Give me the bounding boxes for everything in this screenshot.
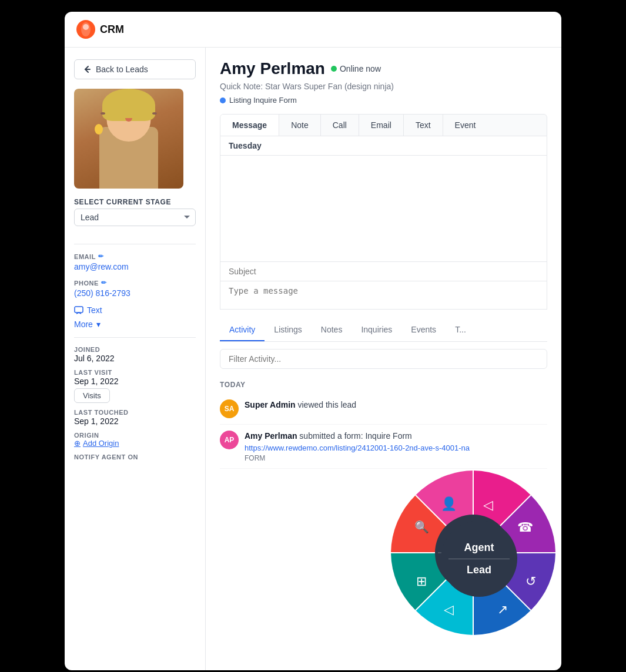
lead-name: Amy Perlman: [220, 59, 325, 78]
activity-text-2: Amy Perlman submitted a form: Inquire Fo…: [245, 431, 470, 462]
notify-section: NOTIFY AGENT ON: [74, 453, 196, 461]
wheel-center: Agent Lead: [441, 520, 517, 597]
svg-text:◁: ◁: [483, 498, 493, 512]
joined-section: JOINED Jul 6, 2022: [74, 346, 196, 363]
email-section: EMAIL ✏ amy@rew.com: [74, 253, 196, 272]
origin-section: ORIGIN ⊕ Add Origin: [74, 432, 196, 448]
visits-button[interactable]: Visits: [74, 388, 110, 403]
phone-label: PHONE ✏: [74, 279, 196, 287]
divider-1: [74, 244, 196, 244]
activity-text-1: Super Admin viewed this lead: [245, 399, 356, 411]
quick-note: Quick Note: Star Wars Super Fan (design …: [220, 82, 547, 91]
email-label: EMAIL ✏: [74, 253, 196, 260]
last-visit-value: Sep 1, 2022: [74, 377, 196, 386]
subject-input[interactable]: [220, 261, 547, 281]
tab-event[interactable]: Event: [443, 115, 488, 136]
activity-link[interactable]: https://www.rewdemo.com/listing/2412001-…: [245, 443, 470, 452]
divider-2: [74, 337, 196, 338]
message-input[interactable]: [220, 281, 547, 307]
app-title: CRM: [100, 23, 124, 36]
tab-email[interactable]: Email: [359, 115, 404, 136]
today-label: TODAY: [220, 381, 547, 389]
svg-text:☎: ☎: [517, 520, 533, 535]
svg-text:🔍: 🔍: [414, 520, 429, 534]
text-link[interactable]: Text: [74, 305, 196, 315]
tab-more[interactable]: T...: [446, 319, 476, 341]
stage-label: Select Current Stage: [74, 198, 196, 206]
tab-listings[interactable]: Listings: [265, 319, 311, 341]
online-status: Online now: [340, 64, 381, 73]
app-header: CRM: [65, 12, 561, 48]
filter-input[interactable]: [220, 349, 547, 369]
phone-section: PHONE ✏ (250) 816-2793: [74, 279, 196, 298]
crm-logo-icon: [76, 20, 95, 39]
origin-label: ORIGIN: [74, 432, 196, 439]
source-badge: Listing Inquire Form: [220, 96, 547, 105]
phone-edit-icon[interactable]: ✏: [101, 279, 107, 287]
back-to-leads-button[interactable]: Back to Leads: [74, 59, 196, 79]
svg-text:↺: ↺: [525, 574, 536, 589]
svg-text:◁: ◁: [444, 602, 454, 617]
tab-notes[interactable]: Notes: [312, 319, 352, 341]
online-badge: Online now: [331, 64, 381, 73]
back-arrow-icon: [83, 65, 91, 73]
last-visit-label: LAST VISIT: [74, 369, 196, 376]
day-label: Tuesday: [220, 136, 547, 156]
tab-message[interactable]: Message: [220, 115, 279, 136]
svg-text:👤: 👤: [441, 496, 457, 512]
filter-bar: [220, 342, 547, 376]
source-label: Listing Inquire Form: [229, 96, 297, 105]
email-value[interactable]: amy@rew.com: [74, 262, 129, 271]
text-icon: [74, 305, 83, 315]
message-body[interactable]: [220, 156, 547, 261]
sidebar: Back to Leads Select Current Stage: [65, 48, 206, 670]
wheel-agent-label: Agent: [448, 542, 510, 559]
online-dot: [331, 66, 337, 72]
avatar: [74, 89, 183, 189]
message-container: Tuesday: [220, 136, 547, 310]
stage-select[interactable]: Lead: [74, 209, 196, 226]
back-btn-label: Back to Leads: [96, 65, 148, 74]
source-dot: [220, 98, 226, 103]
joined-label: JOINED: [74, 346, 196, 353]
svg-text:↗: ↗: [497, 602, 508, 617]
svg-point-2: [83, 24, 89, 30]
more-link[interactable]: More ▾: [74, 320, 196, 329]
last-visit-section: LAST VISIT Sep 1, 2022 Visits: [74, 369, 196, 403]
joined-value: Jul 6, 2022: [74, 354, 196, 363]
tab-note[interactable]: Note: [279, 115, 321, 136]
chevron-down-icon: ▾: [96, 320, 101, 329]
phone-value[interactable]: (250) 816-2793: [74, 288, 130, 298]
avatar-ap: AP: [220, 431, 239, 449]
last-touched-section: LAST TOUCHED Sep 1, 2022: [74, 409, 196, 426]
notify-label: NOTIFY AGENT ON: [74, 453, 196, 461]
add-origin-link[interactable]: ⊕ Add Origin: [74, 439, 196, 448]
lead-header: Amy Perlman Online now: [220, 59, 547, 78]
svg-rect-4: [75, 307, 83, 313]
avatar-sa: SA: [220, 399, 239, 418]
last-touched-value: Sep 1, 2022: [74, 416, 196, 426]
wheel-lead-label: Lead: [467, 564, 491, 576]
svg-text:⊞: ⊞: [416, 574, 427, 589]
last-touched-label: LAST TOUCHED: [74, 409, 196, 416]
tab-activity[interactable]: Activity: [220, 319, 265, 341]
activity-item: SA Super Admin viewed this lead: [220, 394, 547, 425]
wheel-overlay: ◁ ☎ ↺ ↗ ◁ ⊞ 🔍 👤 Agent Lead: [379, 459, 561, 658]
email-edit-icon[interactable]: ✏: [98, 253, 104, 260]
action-links: Text More ▾: [74, 305, 196, 329]
tab-inquiries[interactable]: Inquiries: [352, 319, 401, 341]
tab-events[interactable]: Events: [401, 319, 446, 341]
app-logo: CRM: [76, 20, 124, 39]
plus-icon: ⊕: [74, 439, 81, 448]
tab-call[interactable]: Call: [321, 115, 359, 136]
activity-tabs: Activity Listings Notes Inquiries Events…: [220, 319, 547, 342]
action-tabs: Message Note Call Email Text Event: [220, 114, 547, 136]
tab-text[interactable]: Text: [404, 115, 443, 136]
